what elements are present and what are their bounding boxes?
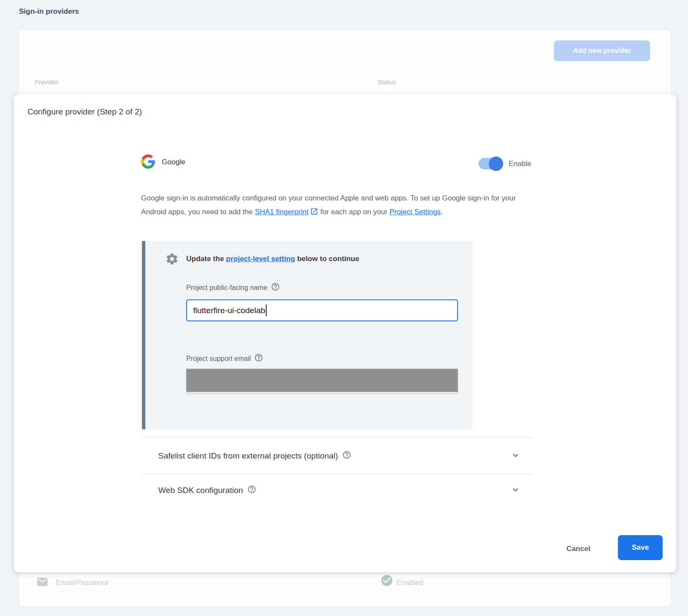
gear-icon <box>165 252 179 268</box>
support-email-select[interactable] <box>186 369 458 393</box>
help-circle-icon[interactable] <box>342 450 351 462</box>
project-settings-link[interactable]: Project Settings <box>390 208 441 216</box>
public-facing-name-input[interactable]: flutterfire-ui-codelab <box>186 299 458 321</box>
configure-provider-dialog: Configure provider (Step 2 of 2) Google … <box>14 94 676 573</box>
column-header-provider: Provider <box>34 78 58 86</box>
open-in-new-icon <box>310 209 318 217</box>
panel-label: Safelist client IDs from external projec… <box>158 450 351 462</box>
enable-toggle[interactable] <box>479 158 502 169</box>
callout-heading: Update the project-level setting below t… <box>186 255 359 263</box>
field-label-text: Project support email <box>186 355 251 363</box>
provider-row-status: Enabled <box>396 579 423 587</box>
chevron-down-icon[interactable] <box>510 484 521 497</box>
provider-name: Google <box>162 158 185 166</box>
provider-row-label: Email/Password <box>56 579 108 587</box>
public-facing-name-label: Project public-facing name <box>186 282 280 293</box>
description-text: for each app on your <box>318 208 389 216</box>
add-new-provider-button[interactable]: Add new provider <box>554 40 650 61</box>
project-level-setting-callout: Update the project-level setting below t… <box>142 241 473 429</box>
check-circle-icon <box>380 574 393 589</box>
panel-label: Web SDK configuration <box>158 485 256 496</box>
enable-toggle-label: Enable <box>509 160 531 168</box>
save-button[interactable]: Save <box>618 535 663 560</box>
safelist-client-ids-panel[interactable]: Safelist client IDs from external projec… <box>142 437 533 474</box>
project-level-setting-link[interactable]: project-level setting <box>226 255 295 263</box>
web-sdk-configuration-panel[interactable]: Web SDK configuration <box>142 474 533 505</box>
help-circle-icon[interactable] <box>271 282 280 293</box>
description-text: . <box>441 208 443 216</box>
input-value: flutterfire-ui-codelab <box>193 306 265 315</box>
sha1-fingerprint-link[interactable]: SHA1 fingerprint <box>255 208 309 216</box>
help-circle-icon[interactable] <box>247 485 256 496</box>
google-logo-icon <box>141 154 155 170</box>
table-row-email-password[interactable]: Email/Password Enabled <box>19 570 671 600</box>
callout-heading-text: Update the <box>186 255 226 263</box>
support-email-label: Project support email <box>186 353 263 364</box>
callout-heading-text: below to continue <box>295 255 359 263</box>
text-caret <box>266 305 267 316</box>
google-provider-row: Google <box>141 155 185 169</box>
help-circle-icon[interactable] <box>254 353 263 364</box>
cancel-button[interactable]: Cancel <box>555 540 602 557</box>
panel-label-text: Safelist client IDs from external projec… <box>158 451 338 461</box>
chevron-down-icon[interactable] <box>510 450 521 462</box>
page-title: Sign-in providers <box>19 7 79 16</box>
envelope-icon <box>36 576 49 590</box>
column-header-status: Status <box>378 78 396 86</box>
provider-description: Google sign-in is automatically configur… <box>141 191 537 220</box>
panel-label-text: Web SDK configuration <box>158 486 243 495</box>
toggle-thumb <box>489 157 503 171</box>
dialog-title: Configure provider (Step 2 of 2) <box>28 107 142 117</box>
field-label-text: Project public-facing name <box>186 284 267 292</box>
